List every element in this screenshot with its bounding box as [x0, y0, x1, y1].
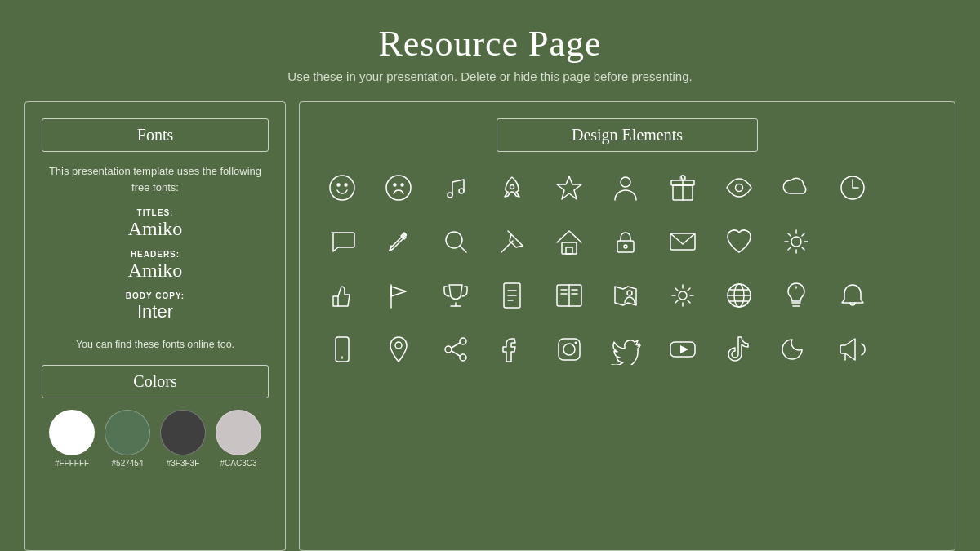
- color-hex-dark: #3F3F3F: [167, 459, 200, 468]
- icon-eye: [716, 165, 762, 211]
- color-circle-dark: [160, 410, 206, 455]
- icon-smiley: [319, 165, 365, 211]
- color-hex-white: #FFFFFF: [55, 459, 89, 468]
- icon-sun: [773, 219, 819, 264]
- icon-map-person: [603, 273, 648, 318]
- icon-document: [489, 273, 535, 318]
- icon-pin: [489, 219, 535, 264]
- svg-line-28: [802, 247, 804, 250]
- page-subtitle: Use these in your presentation. Delete o…: [287, 69, 692, 83]
- svg-point-1: [337, 184, 340, 186]
- color-circle-white: [49, 410, 95, 455]
- fonts-description: This presentation template uses the foll…: [42, 163, 269, 195]
- icon-bell: [830, 273, 875, 318]
- icon-rocket: [489, 165, 535, 211]
- svg-point-13: [736, 184, 743, 192]
- icon-placeholder-r1: [887, 165, 933, 211]
- icon-twitter: [603, 327, 648, 372]
- icon-clock: [830, 165, 875, 211]
- icon-instagram: [546, 327, 592, 372]
- icon-sad: [376, 165, 421, 211]
- color-swatch-white: #FFFFFF: [49, 410, 95, 468]
- color-circle-gray: [216, 410, 261, 455]
- icon-placeholder-r2a: [830, 219, 875, 264]
- svg-rect-17: [562, 242, 577, 254]
- icon-cloud: [773, 165, 819, 211]
- svg-point-45: [679, 291, 687, 300]
- design-elements-header: Design Elements: [497, 118, 758, 152]
- icon-flag: [376, 273, 421, 318]
- font-name-body: Inter: [42, 301, 269, 322]
- svg-marker-62: [680, 345, 688, 353]
- icon-heart: [716, 219, 762, 264]
- icon-thumbsup: [319, 273, 365, 318]
- svg-point-52: [395, 342, 402, 349]
- color-circle-green: [105, 410, 150, 455]
- colors-section-header: Colors: [42, 365, 269, 398]
- icon-gear: [660, 273, 706, 318]
- left-panel: Fonts This presentation template uses th…: [24, 101, 286, 551]
- icon-star: [546, 165, 592, 211]
- svg-point-10: [621, 177, 630, 187]
- icon-person: [603, 165, 648, 211]
- font-label-titles: TITLES:: [42, 208, 269, 217]
- icon-search: [433, 219, 479, 264]
- font-name-headers: Amiko: [42, 260, 269, 282]
- svg-point-2: [345, 184, 347, 186]
- color-swatches: #FFFFFF #527454 #3F3F3F #CAC3C3: [42, 410, 269, 468]
- svg-line-27: [788, 233, 791, 236]
- icon-home: [546, 219, 592, 264]
- svg-point-60: [574, 342, 577, 344]
- icon-tiktok: [716, 327, 762, 372]
- svg-point-53: [460, 338, 466, 344]
- icon-chat: [319, 219, 365, 264]
- font-entry-titles: TITLES: Amiko: [42, 208, 269, 240]
- svg-point-8: [510, 185, 514, 189]
- svg-point-0: [330, 176, 354, 200]
- svg-line-57: [452, 351, 460, 356]
- icon-pencil: [376, 219, 421, 264]
- icon-globe: [716, 273, 762, 318]
- main-content: Fonts This presentation template uses th…: [24, 101, 956, 551]
- icon-placeholder-r3: [887, 273, 933, 318]
- fonts-section-header: Fonts: [42, 118, 269, 152]
- color-swatch-gray: #CAC3C3: [216, 410, 261, 468]
- svg-point-20: [624, 245, 627, 248]
- svg-point-44: [627, 291, 632, 295]
- color-swatch-dark: #3F3F3F: [160, 410, 206, 468]
- icon-music: [433, 165, 479, 211]
- icon-share: [433, 327, 479, 372]
- color-swatch-green: #527454: [105, 410, 150, 468]
- icon-location: [376, 327, 421, 372]
- icon-lightbulb: [773, 273, 819, 318]
- font-entry-headers: HEADERS: Amiko: [42, 250, 269, 282]
- svg-point-3: [386, 176, 411, 200]
- right-panel: Design Elements: [299, 101, 956, 551]
- page-header: Resource Page Use these in your presenta…: [287, 0, 692, 91]
- svg-rect-18: [566, 247, 572, 254]
- color-hex-green: #527454: [112, 459, 144, 468]
- svg-marker-9: [557, 176, 581, 199]
- svg-rect-19: [617, 241, 634, 252]
- svg-line-30: [788, 247, 791, 250]
- icon-facebook: [489, 327, 535, 372]
- icons-grid: [319, 165, 935, 372]
- icon-youtube: [660, 327, 706, 372]
- page-title: Resource Page: [287, 23, 692, 64]
- font-note: You can find these fonts online too.: [42, 339, 269, 350]
- svg-rect-58: [559, 339, 580, 360]
- svg-point-59: [564, 344, 575, 355]
- icon-book: [546, 273, 592, 318]
- icon-moon: [773, 327, 819, 372]
- svg-point-54: [445, 346, 452, 353]
- svg-point-6: [448, 193, 452, 198]
- icon-megaphone: [830, 327, 875, 372]
- icon-lock: [603, 219, 648, 264]
- svg-point-4: [394, 184, 396, 186]
- svg-line-16: [460, 246, 466, 252]
- svg-line-29: [802, 233, 804, 236]
- icon-placeholder-r4: [887, 327, 933, 372]
- icon-gift: [660, 165, 706, 211]
- svg-point-22: [791, 237, 801, 247]
- svg-point-55: [460, 354, 466, 361]
